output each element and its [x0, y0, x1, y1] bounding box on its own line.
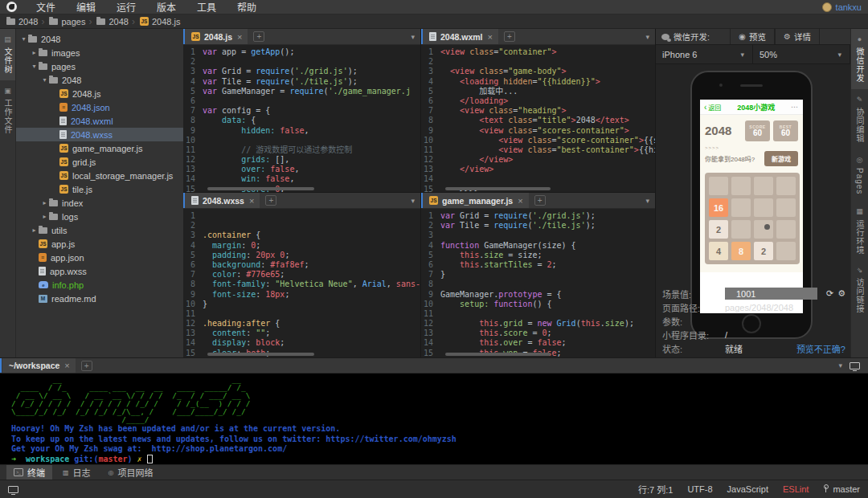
status-cursor-position[interactable]: 行:7 列:1	[638, 483, 673, 496]
new-game-button[interactable]: 新游戏	[764, 151, 798, 166]
tree-item-utils[interactable]: utils	[16, 223, 183, 237]
tree-item-2048.js[interactable]: 2048.js	[16, 87, 183, 100]
rail-tab-运行环境[interactable]: ▦运行环境	[851, 201, 868, 261]
code-line: 6 this.startTiles = 2;	[421, 260, 655, 270]
tree-item-grid.js[interactable]: grid.js	[16, 155, 183, 169]
app-logo[interactable]	[6, 2, 17, 12]
terminal-cursor[interactable]	[147, 455, 153, 463]
status-language-mode[interactable]: JavaScript	[727, 484, 768, 494]
rail-tab-协同编辑[interactable]: ✎协同编辑	[851, 89, 868, 149]
zoom-select[interactable]: 50% ▾	[753, 45, 850, 63]
tree-item-index[interactable]: index	[16, 196, 183, 210]
tree-item-game_manager.js[interactable]: game_manager.js	[16, 141, 183, 155]
tree-item-logs[interactable]: logs	[16, 210, 183, 223]
avatar[interactable]	[822, 2, 832, 12]
line-number: 6	[183, 96, 203, 106]
tree-item-readme.md[interactable]: readme.md	[16, 292, 183, 305]
horizontal-scrollbar[interactable]	[445, 187, 551, 190]
status-encoding[interactable]: UTF-8	[687, 484, 712, 494]
code-editor[interactable]: 1var app = getApp();23var Grid = require…	[183, 45, 420, 192]
close-icon[interactable]: ×	[64, 361, 69, 370]
tree-item-tile.js[interactable]: tile.js	[16, 182, 183, 196]
more-menu-icon[interactable]: ⋯	[791, 103, 799, 111]
tree-item-pages[interactable]: pages	[16, 59, 183, 73]
new-terminal-button[interactable]: +	[81, 361, 92, 371]
preview-button[interactable]: ◉ 预览	[730, 29, 775, 44]
menu-item-1[interactable]: 编辑	[76, 0, 96, 14]
editor-tab[interactable]: game_manager.js ×	[423, 193, 529, 208]
terminal-lines: Hooray! Oh My Zsh has been updated and/o…	[11, 424, 868, 464]
close-icon[interactable]: ×	[518, 196, 522, 206]
rail-tab-访问链接[interactable]: ⇗访问链接	[851, 261, 868, 320]
close-icon[interactable]: ×	[488, 32, 493, 42]
breadcrumb-item-3[interactable]: 2048.js	[140, 17, 180, 27]
chevron-down-icon[interactable]: ▾	[645, 197, 649, 205]
menu-item-2[interactable]: 运行	[117, 0, 136, 14]
close-icon[interactable]: ×	[237, 32, 242, 42]
editor-tab[interactable]: 2048.wxml ×	[423, 29, 498, 44]
code-line: 9 <view class="scores-container">	[421, 126, 655, 136]
editor-tab[interactable]: 2048.js ×	[185, 29, 248, 44]
menu-item-5[interactable]: 帮助	[237, 0, 256, 14]
footer-tab-终端[interactable]: >_终端	[6, 465, 52, 480]
tree-item-2048[interactable]: 2048	[16, 32, 183, 46]
tree-item-images[interactable]: images	[16, 46, 183, 59]
chevron-down-icon[interactable]: ▾	[411, 33, 415, 41]
menu-item-4[interactable]: 工具	[197, 0, 216, 14]
terminal-output[interactable]: __ __ ____ / /_ ____ ___ __ __ ____ ____…	[0, 374, 868, 464]
footer-tab-项目网络[interactable]: ◎项目网络	[101, 465, 161, 480]
gear-icon[interactable]: ⚙	[837, 288, 845, 299]
scene-value-box[interactable]: 1001	[725, 288, 817, 300]
display-icon[interactable]	[8, 486, 18, 493]
horizontal-scrollbar[interactable]	[445, 353, 551, 356]
tree-item-2048.wxss[interactable]: 2048.wxss	[16, 128, 183, 141]
details-button[interactable]: ⚙ 详情	[775, 29, 820, 44]
project-network-icon: ◎	[108, 469, 114, 476]
refresh-icon[interactable]: ⟳	[826, 288, 833, 299]
new-tab-button[interactable]: +	[265, 195, 276, 206]
device-select[interactable]: iPhone 6 ▾	[656, 45, 753, 63]
chevron-down-icon[interactable]: ▾	[411, 197, 415, 205]
new-tab-button[interactable]: +	[504, 31, 515, 42]
line-number: 12	[183, 155, 203, 165]
rail-tab-工作文件[interactable]: ▣工作文件	[0, 80, 15, 141]
breadcrumb-item-0[interactable]: 2048	[6, 17, 38, 27]
status-eslint[interactable]: ESLint	[783, 484, 809, 494]
horizontal-scrollbar[interactable]	[207, 353, 314, 356]
breadcrumb-item-2[interactable]: 2048	[96, 17, 128, 27]
new-tab-button[interactable]: +	[253, 31, 264, 42]
editor-tab[interactable]: 2048.wxss ×	[185, 193, 260, 208]
tree-item-app.json[interactable]: app.json	[16, 251, 183, 264]
file-tree: 2048imagespages20482048.js2048.json2048.…	[16, 29, 183, 357]
tree-item-2048.wxml[interactable]: 2048.wxml	[16, 114, 183, 128]
back-button[interactable]: ‹ 返回	[704, 103, 721, 112]
menu-item-3[interactable]: 版本	[157, 0, 176, 14]
close-icon[interactable]: ×	[249, 196, 254, 206]
preview-issue-link[interactable]: 预览不正确?	[796, 342, 845, 355]
tree-item-2048[interactable]: 2048	[16, 73, 183, 87]
horizontal-scrollbar[interactable]	[207, 187, 314, 190]
tree-item-2048.json[interactable]: 2048.json	[16, 100, 183, 114]
footer-tab-日志[interactable]: ▥日志	[55, 465, 98, 480]
code-editor[interactable]: 1<view class="container">23 <view class=…	[421, 45, 655, 192]
code-editor[interactable]: 1var Grid = require('./grid.js');2var Ti…	[421, 209, 655, 357]
new-tab-button[interactable]: +	[534, 195, 546, 206]
open-external-terminal-icon[interactable]	[850, 362, 860, 369]
terminal-tab[interactable]: ~/workspace ×	[2, 358, 76, 373]
breadcrumb-item-1[interactable]: pages	[49, 17, 85, 27]
rail-tab-Pages[interactable]: ◎Pages	[851, 149, 868, 201]
chevron-down-icon[interactable]: ▾	[645, 33, 649, 41]
rail-tab-微信开发[interactable]: ●微信开发	[851, 29, 868, 89]
user-name[interactable]: tankxu	[836, 2, 862, 12]
line-number: 1	[183, 211, 203, 221]
tree-item-local_storage_manager.js[interactable]: local_storage_manager.js	[16, 169, 183, 182]
menu-item-0[interactable]: 文件	[36, 0, 55, 14]
tree-item-app.wxss[interactable]: app.wxss	[16, 264, 183, 278]
rail-tab-文件树[interactable]: ▤文件树	[0, 29, 15, 80]
tree-item-app.js[interactable]: app.js	[16, 237, 183, 251]
status-git-branch[interactable]: master	[823, 484, 860, 494]
grid-cell	[731, 198, 751, 217]
chevron-down-icon[interactable]: ▾	[838, 361, 842, 369]
code-editor[interactable]: 123.container {4 margin: 0;5 padding: 20…	[183, 209, 420, 357]
tree-item-info.php[interactable]: info.php	[16, 278, 183, 292]
